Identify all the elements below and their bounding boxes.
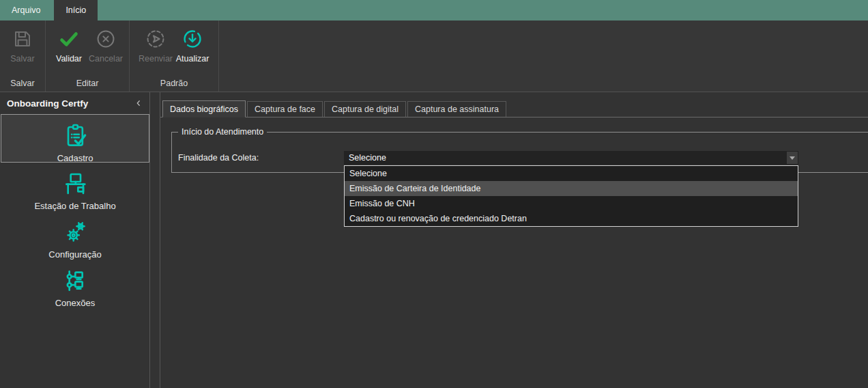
sidebar-item-cadastro[interactable]: Cadastro [1, 114, 149, 163]
combo-option-cadastro-renovacao-detran[interactable]: Cadastro ou renovação de credenciado Det… [345, 211, 798, 226]
reenviar-button-label: Reenviar [139, 54, 173, 64]
combo-option-emissao-carteira-identidade[interactable]: Emissão de Carteira de Identidade [345, 181, 798, 196]
combo-option-emissao-cnh[interactable]: Emissão de CNH [345, 196, 798, 211]
ribbon-group-caption-editar: Editar [46, 79, 129, 88]
connections-icon [61, 267, 89, 294]
ribbon-group-salvar: Salvar Salvar [0, 20, 46, 92]
ribbon-group-padrao: Reenviar Atualizar Padrão [130, 20, 219, 92]
sidebar-item-conexoes[interactable]: Conexões [1, 260, 149, 308]
sidebar-header: Onboarding Certfy [0, 92, 149, 114]
combo-option-selecione[interactable]: Selecione [345, 166, 798, 181]
save-icon [12, 28, 33, 50]
main-content: Dados biográficos Captura de face Captur… [160, 92, 868, 388]
chevron-down-icon[interactable] [787, 152, 798, 164]
check-icon [58, 28, 80, 50]
sidebar-item-label: Cadastro [57, 153, 93, 163]
cancelar-button[interactable]: Cancelar [87, 26, 124, 64]
ribbon-group-caption-padrao: Padrão [130, 79, 218, 88]
cancelar-button-label: Cancelar [89, 54, 123, 64]
combobox-value: Selecione [344, 151, 798, 165]
tabstrip: Dados biográficos Captura de face Captur… [160, 100, 868, 117]
salvar-button-label: Salvar [10, 54, 34, 64]
validar-button[interactable]: Validar [50, 26, 87, 64]
groupbox-title: Início do Atendimento [178, 126, 267, 137]
tab-captura-de-digital[interactable]: Captura de digital [324, 101, 406, 117]
chevron-left-icon[interactable] [134, 99, 143, 107]
ribbon: Salvar Salvar Validar [0, 20, 868, 92]
reenviar-button[interactable]: Reenviar [137, 26, 174, 64]
sidebar-item-label: Configuração [48, 249, 101, 260]
atualizar-button[interactable]: Atualizar [174, 26, 211, 64]
sidebar-item-label: Estação de Trabalho [34, 201, 115, 211]
menu-tab-inicio[interactable]: Início [54, 0, 98, 20]
refresh-icon [182, 28, 203, 50]
sidebar: Onboarding Certfy Cadastro [0, 92, 150, 388]
atualizar-button-label: Atualizar [176, 54, 209, 64]
sidebar-title: Onboarding Certfy [7, 98, 88, 109]
tab-dados-biograficos[interactable]: Dados biográficos [162, 100, 246, 117]
cancel-icon [95, 28, 117, 50]
ribbon-group-caption-salvar: Salvar [0, 79, 45, 88]
sidebar-item-label: Conexões [55, 298, 96, 308]
gears-icon [61, 219, 89, 246]
menubar: Arquivo Início [0, 0, 868, 20]
resend-icon [145, 28, 167, 50]
finalidade-da-coleta-combobox[interactable]: Selecione [344, 151, 798, 165]
combobox-dropdown-list: Selecione Emissão de Carteira de Identid… [344, 165, 798, 227]
menu-tab-arquivo[interactable]: Arquivo [0, 0, 52, 20]
clipboard-check-icon [61, 122, 89, 150]
tab-captura-de-face[interactable]: Captura de face [247, 101, 323, 117]
validar-button-label: Validar [56, 54, 82, 64]
salvar-button[interactable]: Salvar [4, 26, 41, 64]
sidebar-item-configuracao[interactable]: Configuração [1, 211, 149, 260]
finalidade-da-coleta-label: Finalidade da Coleta: [178, 153, 259, 163]
workstation-icon [61, 170, 89, 197]
ribbon-group-editar: Validar Cancelar Editar [46, 20, 130, 92]
tab-captura-de-assinatura[interactable]: Captura de assinatura [407, 101, 506, 117]
sidebar-item-estacao-de-trabalho[interactable]: Estação de Trabalho [1, 163, 149, 211]
